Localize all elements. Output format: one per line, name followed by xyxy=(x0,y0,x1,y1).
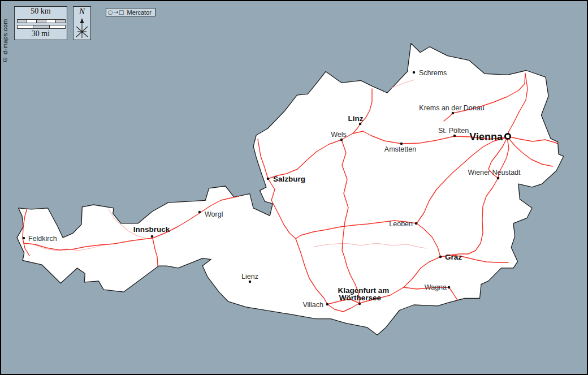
city-dot-linz[interactable] xyxy=(359,123,362,126)
compass-rose: N xyxy=(73,6,91,40)
city-dot-graz[interactable] xyxy=(439,256,442,258)
map-frame: SchremsKrems an der DonauLinzWelsSt. Pöl… xyxy=(0,0,588,375)
scale-km-segment xyxy=(18,20,27,23)
north-arrow-icon xyxy=(74,16,90,39)
city-dot-st-p-lten[interactable] xyxy=(453,135,456,137)
city-label-amstetten: Amstetten xyxy=(384,145,416,153)
scale-km-segment xyxy=(37,20,46,23)
scale-mi-bar xyxy=(17,25,66,29)
scale-km-segment xyxy=(56,20,65,23)
scale-mi-segment xyxy=(18,25,33,28)
city-label-wels: Wels xyxy=(331,131,347,139)
scale-mi-segment xyxy=(50,25,65,28)
projection-badge: ○→□ Mercator xyxy=(106,8,155,16)
map-canvas[interactable]: SchremsKrems an der DonauLinzWelsSt. Pöl… xyxy=(1,1,587,374)
scale-mi-label: 30 mi xyxy=(15,29,67,38)
city-dot-krems-an-der-donau[interactable] xyxy=(452,112,455,115)
city-dot-innsbruck[interactable] xyxy=(151,235,154,238)
city-dot-wels[interactable] xyxy=(340,139,343,141)
city-label-wiener-neustadt: Wiener Neustadt xyxy=(468,169,521,176)
city-label-st-p-lten: St. Pölten xyxy=(438,127,469,135)
city-label-innsbruck: Innsbruck xyxy=(133,225,170,234)
city-label-villach: Villach xyxy=(302,301,323,309)
city-dot-klagenfurt-am-w-rthersee[interactable] xyxy=(358,303,361,305)
city-dot-feldkirch[interactable] xyxy=(23,237,25,240)
city-label-feldkirch: Feldkirch xyxy=(28,235,57,243)
city-dot-wagna[interactable] xyxy=(448,286,451,289)
scale-km-bar xyxy=(17,19,66,23)
city-dot-salzburg[interactable] xyxy=(267,178,270,180)
scale-km-segment xyxy=(46,20,56,23)
city-dot-worgl[interactable] xyxy=(198,211,201,214)
city-label-worgl: Worgl xyxy=(205,210,223,218)
scale-km-label: 50 km xyxy=(15,7,67,16)
city-dot-leoben[interactable] xyxy=(415,222,418,225)
city-dot-schrems[interactable] xyxy=(413,71,416,74)
compass-north-label: N xyxy=(74,7,90,16)
city-label-krems-an-der-donau: Krems an der Donau xyxy=(419,104,484,112)
city-label-wagna: Wagna xyxy=(425,283,447,291)
city-label-vienna: Vienna xyxy=(469,131,503,143)
city-dot-amstetten[interactable] xyxy=(400,143,403,145)
capital-marker-vienna[interactable] xyxy=(505,133,510,139)
scale-mi-segment xyxy=(33,25,49,28)
city-dot-lienz[interactable] xyxy=(249,281,252,283)
projection-label: Mercator xyxy=(127,9,152,16)
city-label-lienz: Lienz xyxy=(241,273,258,281)
city-label-graz: Graz xyxy=(445,253,462,261)
scale-km-segment xyxy=(27,20,37,23)
city-dot-villach[interactable] xyxy=(326,303,329,306)
city-label-schrems: Schrems xyxy=(419,69,447,77)
copyright-attribution: © d-maps.com xyxy=(2,7,10,63)
city-dot-wiener-neustadt[interactable] xyxy=(497,177,500,180)
city-label-linz: Linz xyxy=(348,114,364,123)
city-label-salzburg: Salzburg xyxy=(273,175,305,183)
city-label-leoben: Leoben xyxy=(389,220,413,228)
projection-transform-icon: ○→□ xyxy=(108,9,125,15)
scale-bar: 50 km 30 mi xyxy=(14,6,67,40)
